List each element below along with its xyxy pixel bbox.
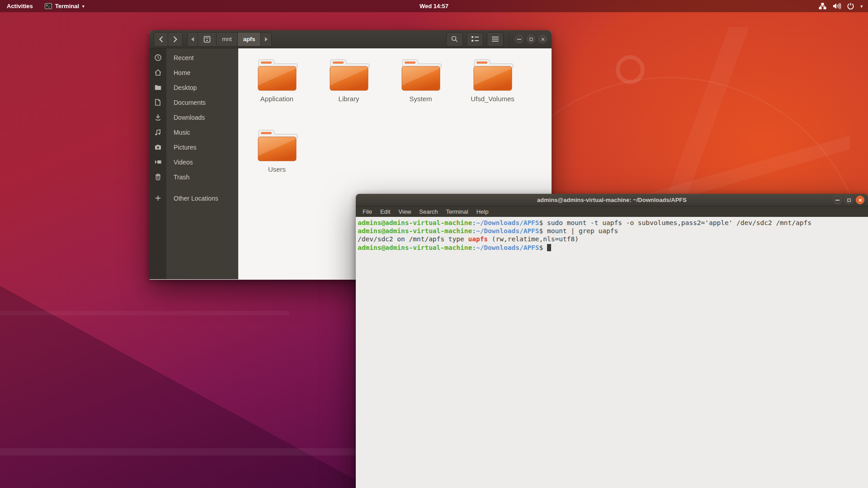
minimize-icon [517,39,521,40]
menu-terminal[interactable]: Terminal [442,206,472,217]
terminal-line-3: /dev/sdc2 on /mnt/apfs type uapfs (rw,re… [358,235,866,243]
terminal-titlebar[interactable]: admins@admins-virtual-machine: ~/Downloa… [356,194,868,206]
home-icon [149,69,166,76]
prompt-user-host: admins@admins-virtual-machine [358,244,472,251]
system-tray[interactable]: ▾ [819,0,863,12]
power-icon [847,3,854,9]
files-headerbar[interactable]: mnt apfs [149,30,552,48]
back-button[interactable] [154,32,168,47]
wallpaper-triangle [0,253,371,488]
path-bar: mnt apfs [187,32,272,47]
sidebar-item-label: Trash [166,174,189,181]
triangle-left-icon [191,37,194,42]
sidebar-item-label: Desktop [166,84,197,91]
terminal-title: admins@admins-virtual-machine: ~/Downloa… [356,197,868,203]
menu-help[interactable]: Help [472,206,493,217]
prompt-dollar: $ [539,244,547,251]
path-segment-apfs[interactable]: apfs [238,32,261,47]
top-bar: Activities >_ Terminal ▾ Wed 14:57 ▾ [0,0,868,12]
prompt-user-host: admins@admins-virtual-machine [358,227,472,235]
sidebar-item-label: Documents [166,99,206,106]
prompt-dollar: $ [539,227,547,235]
sidebar-item-pictures[interactable]: Pictures [149,140,238,155]
prompt-path: ~/Downloads/APFS [476,244,539,251]
minimize-button[interactable] [833,196,842,204]
path-segment-mnt[interactable]: mnt [217,32,238,47]
sidebar-item-documents[interactable]: Documents [149,95,238,110]
sidebar-item-downloads[interactable]: Downloads [149,110,238,125]
trash-icon [149,174,166,180]
files-sidebar: Recent Home Desktop Documents [149,48,238,279]
prompt-dollar: $ [539,219,547,226]
path-scroll-right-button[interactable] [261,32,272,47]
minimize-icon [835,200,840,201]
sidebar-item-music[interactable]: Music [149,125,238,140]
grep-match: uapfs [468,235,488,243]
sidebar-item-label: Pictures [166,144,197,151]
drive-harddisk-icon [203,36,211,43]
prompt-colon: : [472,227,476,235]
close-icon [541,38,545,41]
sidebar-item-home[interactable]: Home [149,65,238,80]
folder-icon [327,57,371,93]
wallpaper-band [0,448,362,455]
download-icon [149,114,166,121]
triangle-right-icon [265,37,268,42]
folder-label: Users [268,165,286,173]
document-icon [149,99,166,106]
path-scroll-left-button[interactable] [187,32,198,47]
maximize-button[interactable] [527,35,535,43]
wallpaper-band [0,311,289,315]
folder-label: Ufsd_Volumes [471,95,514,103]
chevron-left-icon [159,36,163,42]
folder-item-ufsd-volumes[interactable]: Ufsd_Volumes [459,57,527,123]
path-segment-drive[interactable] [198,32,217,47]
camera-icon [149,145,166,150]
sidebar-item-label: Music [166,129,190,136]
folder-item-application[interactable]: Application [243,57,311,123]
volume-icon [833,3,841,9]
terminal-line-1: admins@admins-virtual-machine:~/Download… [358,219,866,227]
search-icon [451,36,458,42]
sidebar-item-desktop[interactable]: Desktop [149,80,238,95]
menu-file[interactable]: File [359,206,376,217]
close-button[interactable] [538,35,547,43]
folder-item-library[interactable]: Library [315,57,383,123]
clock-icon [149,54,166,61]
sidebar-item-label: Downloads [166,114,205,121]
sidebar-item-videos[interactable]: Videos [149,155,238,169]
prompt-colon: : [472,244,476,251]
folder-icon [471,57,514,93]
maximize-icon [847,198,851,202]
folder-item-users[interactable]: Users [243,128,311,194]
clock[interactable]: Wed 14:57 [0,3,868,9]
maximize-button[interactable] [844,196,853,204]
prompt-path: ~/Downloads/APFS [476,219,539,226]
menu-view[interactable]: View [394,206,415,217]
menu-search[interactable]: Search [415,206,442,217]
forward-button[interactable] [168,32,183,47]
search-button[interactable] [446,32,463,47]
folder-label: Library [339,95,359,103]
view-toggle-button[interactable] [467,32,483,47]
close-button[interactable] [856,196,864,204]
sidebar-item-other-locations[interactable]: Other Locations [149,191,238,206]
command-text: mount | grep uapfs [547,227,618,235]
sidebar-item-recent[interactable]: Recent [149,50,238,65]
menu-button[interactable] [487,32,504,47]
prompt-path: ~/Downloads/APFS [476,227,539,235]
terminal-menubar: File Edit View Search Terminal Help [356,206,868,217]
folder-item-system[interactable]: System [387,57,455,123]
sidebar-item-trash[interactable]: Trash [149,169,238,184]
music-note-icon [149,129,166,136]
chevron-down-icon: ▾ [860,4,863,9]
menu-edit[interactable]: Edit [376,206,394,217]
folder-icon [399,57,443,93]
terminal-output[interactable]: admins@admins-virtual-machine:~/Download… [356,217,868,488]
sidebar-item-label: Recent [166,54,193,61]
minimize-button[interactable] [515,35,524,43]
terminal-line-4: admins@admins-virtual-machine:~/Download… [358,244,866,252]
video-icon [149,160,166,164]
chevron-right-icon [173,36,177,42]
folder-label: Application [260,95,293,103]
